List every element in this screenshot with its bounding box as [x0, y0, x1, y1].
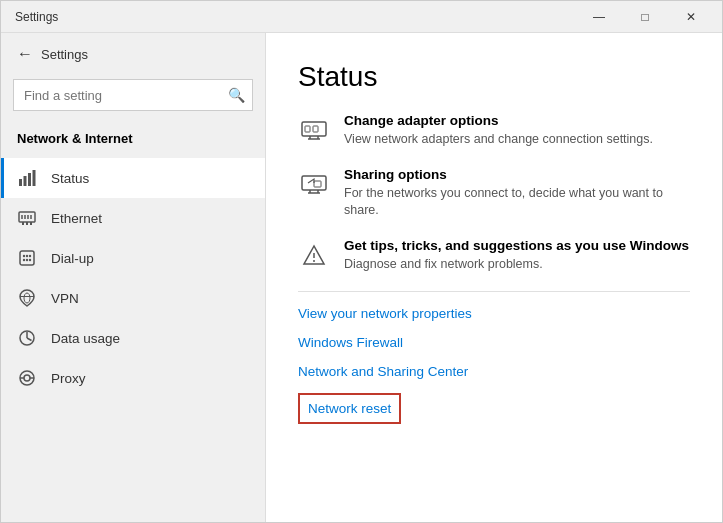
- svg-rect-7: [30, 222, 32, 225]
- change-adapter-text: Change adapter options View network adap…: [344, 113, 653, 149]
- svg-point-18: [29, 259, 31, 261]
- tips-desc: Diagnose and fix network problems.: [344, 256, 689, 274]
- svg-point-38: [313, 260, 315, 262]
- svg-point-17: [26, 259, 28, 261]
- nav-label-data-usage: Data usage: [51, 331, 120, 346]
- change-adapter-item: Change adapter options View network adap…: [298, 113, 690, 149]
- close-button[interactable]: ✕: [668, 1, 714, 33]
- back-arrow-icon: ←: [17, 45, 33, 63]
- change-adapter-desc: View network adapters and change connect…: [344, 131, 653, 149]
- svg-point-16: [23, 259, 25, 261]
- svg-rect-28: [313, 126, 318, 132]
- nav-label-dialup: Dial-up: [51, 251, 94, 266]
- network-sharing-center-link[interactable]: Network and Sharing Center: [298, 364, 690, 379]
- sharing-options-text: Sharing options For the networks you con…: [344, 167, 690, 220]
- ethernet-icon: [17, 208, 37, 228]
- sharing-options-desc: For the networks you connect to, decide …: [344, 185, 690, 220]
- svg-rect-5: [22, 222, 24, 225]
- svg-rect-0: [19, 179, 22, 186]
- section-title: Network & Internet: [1, 123, 265, 158]
- tips-item: Get tips, tricks, and suggestions as you…: [298, 238, 690, 274]
- page-title: Status: [298, 61, 690, 93]
- back-label: Settings: [41, 47, 88, 62]
- svg-rect-26: [302, 122, 326, 136]
- vpn-icon: [17, 288, 37, 308]
- svg-rect-2: [28, 173, 31, 186]
- sidebar: ← Settings 🔍 Network & Internet: [1, 33, 266, 522]
- back-button[interactable]: ← Settings: [1, 33, 265, 75]
- tips-heading: Get tips, tricks, and suggestions as you…: [344, 238, 689, 253]
- svg-rect-27: [305, 126, 310, 132]
- sidebar-item-dialup[interactable]: Dial-up: [1, 238, 265, 278]
- svg-point-14: [26, 255, 28, 257]
- search-input[interactable]: [13, 79, 253, 111]
- search-container: 🔍: [13, 79, 253, 111]
- change-adapter-icon: [298, 115, 330, 147]
- settings-window: Settings — □ ✕ ← Settings 🔍 Network & In…: [0, 0, 723, 523]
- nav-label-proxy: Proxy: [51, 371, 86, 386]
- svg-point-15: [29, 255, 31, 257]
- proxy-icon: [17, 368, 37, 388]
- sidebar-item-ethernet[interactable]: Ethernet: [1, 198, 265, 238]
- svg-point-19: [24, 293, 30, 303]
- tips-text: Get tips, tricks, and suggestions as you…: [344, 238, 689, 274]
- sharing-options-item: Sharing options For the networks you con…: [298, 167, 690, 220]
- divider: [298, 291, 690, 292]
- sharing-options-heading: Sharing options: [344, 167, 690, 182]
- content-area: ← Settings 🔍 Network & Internet: [1, 33, 722, 522]
- nav-label-status: Status: [51, 171, 89, 186]
- svg-point-23: [24, 375, 30, 381]
- maximize-button[interactable]: □: [622, 1, 668, 33]
- windows-firewall-link[interactable]: Windows Firewall: [298, 335, 690, 350]
- dialup-icon: [17, 248, 37, 268]
- main-content: Status Change adapter options View net: [266, 33, 722, 522]
- sidebar-item-data-usage[interactable]: Data usage: [1, 318, 265, 358]
- window-controls: — □ ✕: [576, 1, 714, 33]
- network-reset-link[interactable]: Network reset: [298, 393, 401, 424]
- svg-rect-3: [33, 170, 36, 186]
- nav-label-ethernet: Ethernet: [51, 211, 102, 226]
- svg-rect-33: [314, 181, 321, 187]
- titlebar: Settings — □ ✕: [1, 1, 722, 33]
- svg-rect-6: [26, 222, 28, 225]
- minimize-button[interactable]: —: [576, 1, 622, 33]
- status-icon: [17, 168, 37, 188]
- nav-label-vpn: VPN: [51, 291, 79, 306]
- svg-point-13: [23, 255, 25, 257]
- change-adapter-heading: Change adapter options: [344, 113, 653, 128]
- search-icon: 🔍: [228, 87, 245, 103]
- sharing-options-icon: [298, 169, 330, 201]
- sidebar-item-status[interactable]: Status: [1, 158, 265, 198]
- sidebar-item-proxy[interactable]: Proxy: [1, 358, 265, 398]
- svg-rect-1: [24, 176, 27, 186]
- sidebar-item-vpn[interactable]: VPN: [1, 278, 265, 318]
- data-usage-icon: [17, 328, 37, 348]
- view-network-properties-link[interactable]: View your network properties: [298, 306, 690, 321]
- tips-icon: [298, 240, 330, 272]
- window-title: Settings: [15, 10, 576, 24]
- svg-rect-12: [20, 251, 34, 265]
